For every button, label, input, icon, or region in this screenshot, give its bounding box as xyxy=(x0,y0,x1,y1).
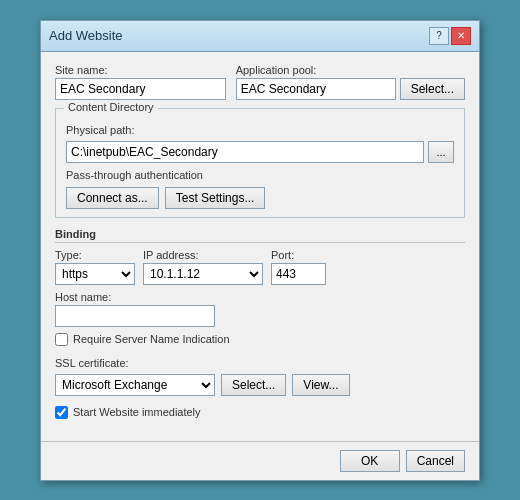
type-label: Type: xyxy=(55,249,135,261)
ssl-row: Microsoft Exchange Select... View... xyxy=(55,374,465,396)
close-button[interactable]: ✕ xyxy=(451,27,471,45)
port-input[interactable] xyxy=(271,263,326,285)
host-name-input[interactable] xyxy=(55,305,215,327)
content-directory-label: Content Directory xyxy=(64,101,158,113)
require-sni-row: Require Server Name Indication xyxy=(55,333,465,346)
app-pool-select-button[interactable]: Select... xyxy=(400,78,465,100)
help-button[interactable]: ? xyxy=(429,27,449,45)
port-group: Port: xyxy=(271,249,326,285)
ssl-view-button[interactable]: View... xyxy=(292,374,349,396)
dialog-body: Site name: Application pool: Select... C… xyxy=(41,52,479,441)
host-name-group: Host name: xyxy=(55,291,465,327)
type-group: Type: https http ftp xyxy=(55,249,135,285)
content-directory-section: Content Directory Physical path: ... Pas… xyxy=(55,108,465,218)
start-website-checkbox[interactable] xyxy=(55,406,68,419)
require-sni-checkbox[interactable] xyxy=(55,333,68,346)
ssl-cert-label: SSL certificate: xyxy=(55,357,129,369)
browse-button[interactable]: ... xyxy=(428,141,454,163)
ssl-certificate-section: SSL certificate: Microsoft Exchange Sele… xyxy=(55,356,465,396)
site-name-label: Site name: xyxy=(55,64,226,76)
title-bar: Add Website ? ✕ xyxy=(41,21,479,52)
connect-as-button[interactable]: Connect as... xyxy=(66,187,159,209)
ssl-select-button[interactable]: Select... xyxy=(221,374,286,396)
ip-address-label: IP address: xyxy=(143,249,263,261)
ip-address-group: IP address: 10.1.1.12 xyxy=(143,249,263,285)
test-settings-button[interactable]: Test Settings... xyxy=(165,187,266,209)
start-website-label: Start Website immediately xyxy=(73,406,201,418)
binding-label: Binding xyxy=(55,228,465,243)
title-bar-buttons: ? ✕ xyxy=(429,27,471,45)
cancel-button[interactable]: Cancel xyxy=(406,450,465,472)
add-website-dialog: Add Website ? ✕ Site name: Application p… xyxy=(40,20,480,481)
port-label: Port: xyxy=(271,249,326,261)
type-select[interactable]: https http ftp xyxy=(55,263,135,285)
physical-path-row: ... xyxy=(66,141,454,163)
dialog-footer: OK Cancel xyxy=(41,441,479,480)
app-pool-input[interactable] xyxy=(236,78,396,100)
require-sni-label: Require Server Name Indication xyxy=(73,333,230,345)
pass-through-label: Pass-through authentication xyxy=(66,169,454,181)
ssl-cert-select[interactable]: Microsoft Exchange xyxy=(55,374,215,396)
site-apppool-row: Site name: Application pool: Select... xyxy=(55,64,465,100)
physical-path-input[interactable] xyxy=(66,141,424,163)
site-name-group: Site name: xyxy=(55,64,226,100)
auth-buttons-row: Connect as... Test Settings... xyxy=(66,187,454,209)
app-pool-group: Application pool: Select... xyxy=(236,64,465,100)
start-website-row: Start Website immediately xyxy=(55,406,465,419)
app-pool-label: Application pool: xyxy=(236,64,465,76)
site-name-input[interactable] xyxy=(55,78,226,100)
physical-path-label: Physical path: xyxy=(66,124,134,136)
host-name-label: Host name: xyxy=(55,291,465,303)
ok-button[interactable]: OK xyxy=(340,450,400,472)
dialog-title: Add Website xyxy=(49,28,122,43)
ip-address-select[interactable]: 10.1.1.12 xyxy=(143,263,263,285)
binding-row: Type: https http ftp IP address: 10.1.1.… xyxy=(55,249,465,285)
binding-section: Binding Type: https http ftp IP address:… xyxy=(55,228,465,346)
